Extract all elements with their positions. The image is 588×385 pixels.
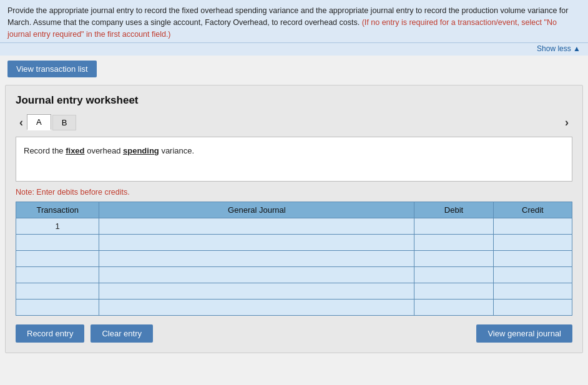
general-journal-cell[interactable] bbox=[99, 251, 414, 267]
general-journal-cell[interactable] bbox=[99, 235, 414, 251]
debit-cell[interactable] bbox=[414, 267, 493, 283]
credit-cell[interactable] bbox=[493, 251, 572, 267]
debit-input[interactable] bbox=[418, 254, 489, 263]
debit-input[interactable] bbox=[418, 238, 489, 247]
view-transaction-list-button[interactable]: View transaction list bbox=[7, 61, 97, 77]
debit-cell[interactable] bbox=[414, 300, 493, 316]
description-mid: overhead bbox=[85, 146, 123, 155]
credit-input[interactable] bbox=[497, 238, 568, 247]
table-row bbox=[16, 235, 572, 251]
description-box: Record the fixed overhead spending varia… bbox=[16, 137, 572, 182]
general-journal-cell[interactable] bbox=[99, 300, 414, 316]
tabs-row: ‹ A B › bbox=[16, 114, 572, 130]
record-entry-button[interactable]: Record entry bbox=[16, 324, 84, 343]
col-header-debit: Debit bbox=[414, 202, 493, 218]
col-header-general-journal: General Journal bbox=[99, 202, 414, 218]
journal-table: Transaction General Journal Debit Credit… bbox=[16, 202, 572, 316]
debit-input[interactable] bbox=[418, 303, 489, 312]
table-row bbox=[16, 283, 572, 300]
show-less-label: Show less ▲ bbox=[537, 44, 581, 53]
col-header-credit: Credit bbox=[493, 202, 572, 218]
general-journal-input[interactable] bbox=[103, 254, 410, 263]
instruction-bar: Provide the appropriate journal entry to… bbox=[0, 0, 588, 43]
tab-b[interactable]: B bbox=[52, 115, 77, 130]
general-journal-cell[interactable] bbox=[99, 267, 414, 283]
debit-cell[interactable] bbox=[414, 218, 493, 235]
credit-cell[interactable] bbox=[493, 300, 572, 316]
general-journal-cell[interactable] bbox=[99, 218, 414, 235]
clear-entry-label: Clear entry bbox=[102, 329, 142, 338]
credit-cell[interactable] bbox=[493, 218, 572, 235]
debit-cell[interactable] bbox=[414, 283, 493, 300]
table-row: 1 bbox=[16, 218, 572, 235]
credit-cell[interactable] bbox=[493, 235, 572, 251]
debit-cell[interactable] bbox=[414, 235, 493, 251]
debit-cell[interactable] bbox=[414, 251, 493, 267]
debit-input[interactable] bbox=[418, 270, 489, 280]
general-journal-cell[interactable] bbox=[99, 283, 414, 300]
credit-input[interactable] bbox=[497, 286, 568, 296]
credit-cell[interactable] bbox=[493, 283, 572, 300]
credit-input[interactable] bbox=[497, 222, 568, 231]
description-prefix: Record the bbox=[24, 146, 66, 155]
worksheet-title: Journal entry worksheet bbox=[16, 94, 572, 107]
tab-a[interactable]: A bbox=[27, 114, 51, 130]
credit-input[interactable] bbox=[497, 254, 568, 263]
credit-input[interactable] bbox=[497, 270, 568, 280]
general-journal-input[interactable] bbox=[103, 238, 410, 247]
general-journal-input[interactable] bbox=[103, 303, 410, 312]
journal-entry-worksheet: Journal entry worksheet ‹ A B › Record t… bbox=[5, 85, 583, 353]
transaction-cell: 1 bbox=[16, 218, 99, 235]
record-entry-label: Record entry bbox=[27, 329, 73, 338]
col-header-transaction: Transaction bbox=[16, 202, 99, 218]
description-fixed: fixed bbox=[66, 146, 84, 155]
general-journal-input[interactable] bbox=[103, 270, 410, 280]
show-less-link[interactable]: Show less ▲ bbox=[0, 43, 588, 56]
table-row bbox=[16, 300, 572, 316]
table-row bbox=[16, 251, 572, 267]
buttons-row: Record entry Clear entry View general jo… bbox=[16, 324, 572, 343]
transaction-cell bbox=[16, 235, 99, 251]
transaction-cell bbox=[16, 267, 99, 283]
tab-a-label: A bbox=[36, 117, 42, 127]
description-suffix: variance. bbox=[159, 146, 194, 155]
general-journal-input[interactable] bbox=[103, 286, 410, 296]
transaction-cell bbox=[16, 300, 99, 316]
credit-cell[interactable] bbox=[493, 267, 572, 283]
transaction-cell bbox=[16, 251, 99, 267]
view-transaction-btn-label: View transaction list bbox=[16, 64, 88, 74]
general-journal-input[interactable] bbox=[103, 222, 410, 231]
next-tab-arrow[interactable]: › bbox=[561, 115, 572, 130]
table-row bbox=[16, 267, 572, 283]
credit-input[interactable] bbox=[497, 303, 568, 312]
view-general-journal-label: View general journal bbox=[488, 329, 561, 338]
view-general-journal-button[interactable]: View general journal bbox=[476, 324, 572, 343]
prev-tab-arrow[interactable]: ‹ bbox=[16, 115, 27, 130]
description-spending: spending bbox=[123, 146, 159, 155]
tab-b-label: B bbox=[62, 118, 67, 127]
clear-entry-button[interactable]: Clear entry bbox=[91, 324, 153, 343]
note-text: Note: Enter debits before credits. bbox=[16, 188, 572, 197]
transaction-cell bbox=[16, 283, 99, 300]
debit-input[interactable] bbox=[418, 222, 489, 231]
debit-input[interactable] bbox=[418, 286, 489, 296]
